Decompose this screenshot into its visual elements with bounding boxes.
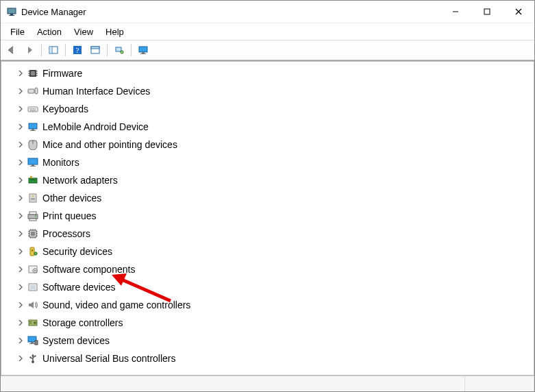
svg-rect-34: [30, 110, 36, 111]
svg-rect-81: [29, 321, 32, 322]
chevron-right-icon[interactable]: [16, 69, 25, 77]
svg-rect-30: [29, 108, 31, 110]
toolbar-scan-hardware-button[interactable]: [111, 42, 127, 58]
chevron-right-icon[interactable]: [16, 230, 25, 238]
svg-text:?: ?: [76, 46, 79, 54]
usb-icon: [27, 353, 38, 364]
tree-item-swdevices[interactable]: Software devices: [12, 278, 534, 296]
tree-item-label: Processors: [42, 228, 90, 239]
maximize-button[interactable]: [471, 1, 503, 23]
toolbar-properties-button[interactable]: [87, 42, 103, 58]
toolbar-back-button[interactable]: [3, 42, 20, 58]
svg-rect-36: [32, 129, 34, 130]
svg-rect-85: [29, 343, 35, 344]
tree-item-label: Universal Serial Bus controllers: [42, 353, 176, 364]
toolbar-show-hide-tree-button[interactable]: [45, 42, 62, 58]
system-icon: [27, 335, 38, 346]
tree-item-network[interactable]: Network adapters: [12, 171, 534, 189]
tree-item-system[interactable]: System devices: [12, 332, 534, 350]
tree-item-keyboards[interactable]: Keyboards: [12, 100, 534, 118]
svg-rect-89: [35, 356, 36, 357]
chevron-right-icon[interactable]: [16, 212, 25, 220]
chevron-right-icon[interactable]: [16, 158, 25, 167]
app-icon: [6, 6, 17, 17]
tree-item-usb[interactable]: Universal Serial Bus controllers: [12, 350, 534, 367]
processors-icon: [27, 228, 38, 239]
toolbar-forward-button[interactable]: [21, 42, 38, 58]
chevron-right-icon[interactable]: [16, 123, 25, 131]
chevron-right-icon[interactable]: [16, 87, 25, 95]
storage-icon: [27, 317, 38, 328]
menubar: File Action View Help: [1, 23, 534, 40]
svg-rect-78: [30, 285, 36, 289]
toolbar-monitor-button[interactable]: [135, 42, 151, 58]
menu-help[interactable]: Help: [100, 25, 129, 38]
tree-item-label: Other devices: [42, 193, 101, 204]
svg-rect-35: [29, 123, 37, 129]
chevron-right-icon[interactable]: [16, 283, 25, 291]
svg-rect-13: [91, 47, 99, 49]
menu-file[interactable]: File: [5, 25, 30, 38]
sound-icon: [27, 299, 38, 310]
svg-rect-49: [29, 212, 36, 215]
svg-rect-84: [31, 342, 34, 343]
tree-item-swcomponents[interactable]: Software components: [12, 260, 534, 278]
svg-point-72: [34, 270, 36, 271]
keyboards-icon: [27, 103, 38, 114]
svg-rect-39: [28, 158, 38, 164]
svg-point-46: [32, 195, 34, 197]
chevron-right-icon[interactable]: [16, 265, 25, 273]
minimize-button[interactable]: [440, 1, 471, 23]
tree-item-label: Security devices: [42, 246, 112, 257]
svg-point-52: [35, 215, 36, 217]
svg-rect-14: [116, 47, 121, 51]
tree-item-security[interactable]: Security devices: [12, 243, 534, 260]
svg-rect-4: [484, 9, 490, 14]
tree-item-label: Monitors: [42, 157, 79, 168]
chevron-right-icon[interactable]: [16, 354, 25, 363]
toolbar-separator: [131, 44, 132, 56]
toolbar-separator: [107, 44, 108, 56]
tree-item-label: Keyboards: [42, 103, 88, 114]
chevron-right-icon[interactable]: [16, 176, 25, 184]
chevron-right-icon[interactable]: [16, 105, 25, 113]
tree-item-printqueues[interactable]: Print queues: [12, 207, 534, 225]
tree-item-firmware[interactable]: Firmware: [12, 64, 534, 82]
chevron-right-icon[interactable]: [16, 319, 25, 327]
firmware-icon: [27, 68, 38, 79]
titlebar: Device Manager: [1, 1, 534, 23]
device-tree-pane[interactable]: FirmwareHuman Interface DevicesKeyboards…: [1, 61, 534, 376]
network-icon: [27, 175, 38, 186]
tree-item-other[interactable]: Other devices: [12, 189, 534, 207]
tree-item-mice[interactable]: Mice and other pointing devices: [12, 136, 534, 154]
tree-item-storage[interactable]: Storage controllers: [12, 314, 534, 332]
toolbar-help-button[interactable]: ?: [69, 42, 86, 58]
tree-item-label: Mice and other pointing devices: [42, 139, 177, 150]
tree-item-hid[interactable]: Human Interface Devices: [12, 82, 534, 100]
swcomponents-icon: [27, 264, 38, 275]
tree-item-monitors[interactable]: Monitors: [12, 154, 534, 171]
close-button[interactable]: [503, 1, 534, 23]
chevron-right-icon[interactable]: [16, 140, 25, 149]
tree-item-label: Storage controllers: [42, 317, 123, 328]
svg-rect-68: [32, 249, 33, 252]
chevron-right-icon[interactable]: [16, 194, 25, 202]
svg-rect-20: [31, 71, 35, 75]
lemobile-icon: [27, 121, 38, 132]
tree-item-label: Software devices: [42, 282, 116, 293]
svg-rect-17: [142, 52, 145, 53]
menu-view[interactable]: View: [69, 25, 99, 38]
svg-rect-48: [31, 199, 35, 200]
menu-action[interactable]: Action: [32, 25, 67, 38]
chevron-right-icon[interactable]: [16, 336, 25, 345]
chevron-right-icon[interactable]: [16, 301, 25, 309]
tree-item-label: Print queues: [42, 210, 97, 221]
svg-rect-51: [29, 219, 36, 221]
tree-item-sound[interactable]: Sound, video and game controllers: [12, 296, 534, 314]
tree-item-label: System devices: [42, 335, 110, 346]
svg-rect-37: [30, 130, 36, 131]
svg-rect-32: [33, 108, 34, 110]
chevron-right-icon[interactable]: [16, 247, 25, 256]
tree-item-lemobile[interactable]: LeMobile Android Device: [12, 118, 534, 136]
tree-item-processors[interactable]: Processors: [12, 225, 534, 243]
